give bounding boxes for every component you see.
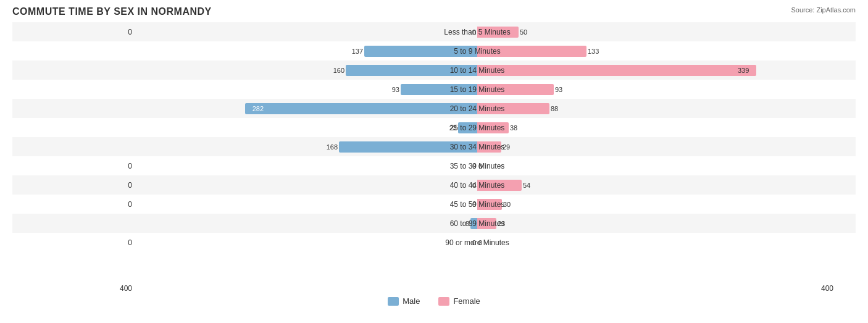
chart-row: 60 to 89 Minutes823 — [12, 214, 856, 233]
chart-row: 10 to 14 Minutes160339 — [12, 61, 856, 80]
female-bar — [477, 46, 586, 57]
legend-male: Male — [388, 296, 420, 306]
chart-row: 090 or more Minutes00 — [12, 233, 856, 252]
source-text: Source: ZipAtlas.com — [791, 6, 856, 14]
female-bar — [477, 103, 549, 114]
chart-row: 15 to 19 Minutes9393 — [12, 80, 856, 99]
female-bar — [477, 84, 554, 95]
male-value-left: 0 — [12, 200, 136, 209]
male-val-label: 137 — [352, 48, 363, 55]
chart-area: 0Less than 5 Minutes0505 to 9 Minutes137… — [12, 22, 856, 282]
female-bar — [477, 218, 496, 229]
female-val-label: 133 — [588, 48, 599, 55]
male-bar — [401, 84, 477, 95]
chart-title: COMMUTE TIME BY SEX IN NORMANDY — [12, 6, 856, 17]
axis-row: 400 400 — [12, 284, 856, 293]
axis-left-label: 400 — [12, 284, 136, 293]
chart-row: 040 to 44 Minutes054 — [12, 175, 856, 195]
female-bar — [477, 180, 522, 191]
male-bar — [339, 141, 477, 153]
female-val-label: 29 — [503, 143, 510, 151]
male-val-label: 0 — [472, 28, 476, 36]
bars-center: 20 to 24 Minutes28288 — [136, 99, 819, 118]
chart-row: 0Less than 5 Minutes050 — [12, 22, 856, 41]
male-val-label: 8 — [465, 220, 469, 227]
chart-row: 045 to 59 Minutes030 — [12, 195, 856, 214]
male-bar — [346, 65, 477, 76]
female-val-label: 30 — [503, 201, 511, 208]
male-val-label: 168 — [327, 143, 338, 151]
male-bar — [470, 218, 477, 229]
female-val-label: 0 — [478, 162, 482, 170]
male-val-label: 0 — [472, 201, 476, 208]
bars-center: 90 or more Minutes00 — [136, 233, 819, 252]
bars-center: 45 to 59 Minutes030 — [136, 195, 819, 214]
chart-row: 035 to 39 Minutes00 — [12, 156, 856, 175]
male-bar — [458, 122, 477, 133]
female-bar — [477, 199, 502, 210]
chart-row: 25 to 29 Minutes2338 — [12, 118, 856, 137]
axis-right-label: 400 — [819, 284, 856, 293]
male-val-label: 93 — [392, 86, 399, 93]
male-bar — [245, 103, 477, 114]
male-value-left: 0 — [12, 181, 136, 190]
female-bar — [477, 27, 519, 38]
female-val-label: 0 — [478, 239, 482, 246]
legend-female: Female — [438, 296, 480, 306]
chart-row: 30 to 34 Minutes16829 — [12, 137, 856, 156]
female-val-label: 88 — [551, 105, 558, 112]
female-bar — [477, 141, 501, 153]
bars-center: 10 to 14 Minutes160339 — [136, 61, 819, 80]
bars-center: 60 to 89 Minutes823 — [136, 214, 819, 233]
bars-center: 5 to 9 Minutes137133 — [136, 41, 819, 61]
bars-center: 30 to 34 Minutes16829 — [136, 137, 819, 156]
female-val-label: 93 — [555, 86, 562, 93]
female-val-label: 38 — [510, 124, 517, 132]
bars-center: Less than 5 Minutes050 — [136, 22, 819, 41]
male-bar — [364, 46, 477, 57]
bars-center: 35 to 39 Minutes00 — [136, 156, 819, 175]
male-value-left: 0 — [12, 28, 136, 36]
row-label: 90 or more Minutes — [445, 238, 509, 247]
female-val-label: 54 — [523, 182, 530, 189]
chart-container: COMMUTE TIME BY SEX IN NORMANDY Source: … — [0, 0, 868, 323]
legend-female-label: Female — [453, 296, 480, 306]
female-bar — [477, 122, 509, 133]
legend-female-box — [438, 297, 449, 306]
male-val-label: 0 — [472, 162, 476, 170]
female-val-label: 23 — [498, 220, 505, 227]
male-val-label: 0 — [472, 182, 476, 189]
legend-male-label: Male — [403, 296, 420, 306]
chart-row: 5 to 9 Minutes137133 — [12, 41, 856, 61]
bars-center: 40 to 44 Minutes054 — [136, 175, 819, 195]
chart-row: 20 to 24 Minutes28288 — [12, 99, 856, 118]
female-bar — [477, 65, 756, 76]
male-value-left: 0 — [12, 238, 136, 247]
female-val-label: 50 — [520, 28, 527, 36]
male-value-left: 0 — [12, 162, 136, 170]
legend-male-box — [388, 297, 399, 306]
male-val-label: 23 — [449, 124, 457, 132]
legend: Male Female — [12, 296, 856, 306]
female-val-label: 339 — [738, 67, 749, 74]
male-val-label: 160 — [333, 67, 344, 74]
bars-center: 25 to 29 Minutes2338 — [136, 118, 819, 137]
male-val-label: 282 — [252, 105, 264, 112]
male-val-label: 0 — [472, 239, 476, 246]
row-label: 35 to 39 Minutes — [450, 162, 505, 170]
bars-center: 15 to 19 Minutes9393 — [136, 80, 819, 99]
